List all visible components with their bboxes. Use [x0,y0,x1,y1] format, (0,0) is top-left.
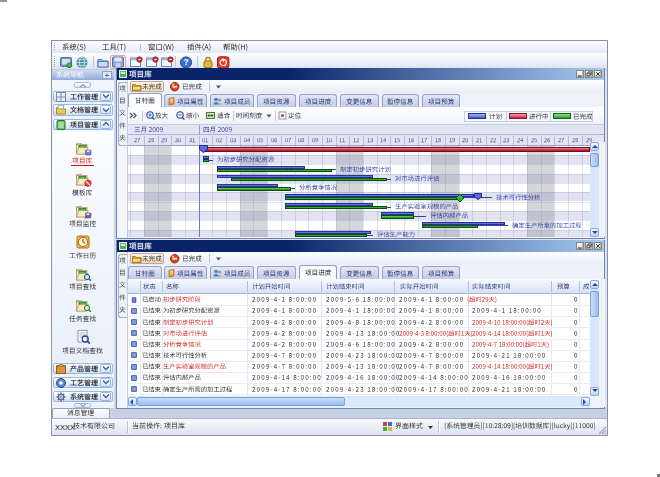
svg-text:?: ? [183,57,188,67]
